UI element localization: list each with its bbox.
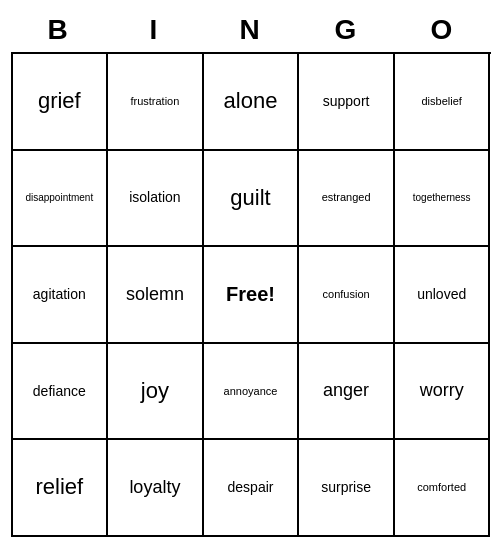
header-letter: O [395,14,491,46]
bingo-cell: grief [13,54,109,151]
bingo-grid: grieffrustrationalonesupportdisbeliefdis… [11,52,491,537]
bingo-cell: joy [108,344,204,441]
bingo-cell: defiance [13,344,109,441]
bingo-cell: comforted [395,440,491,537]
bingo-cell: loyalty [108,440,204,537]
bingo-cell: disbelief [395,54,491,151]
bingo-cell: agitation [13,247,109,344]
bingo-cell: confusion [299,247,395,344]
bingo-cell: anger [299,344,395,441]
bingo-cell: frustration [108,54,204,151]
bingo-cell: alone [204,54,300,151]
bingo-cell: Free! [204,247,300,344]
bingo-cell: surprise [299,440,395,537]
bingo-cell: relief [13,440,109,537]
bingo-cell: estranged [299,151,395,248]
bingo-cell: despair [204,440,300,537]
header-letter: I [107,14,203,46]
bingo-cell: togetherness [395,151,491,248]
bingo-cell: guilt [204,151,300,248]
bingo-cell: solemn [108,247,204,344]
bingo-card: BINGO grieffrustrationalonesupportdisbel… [11,7,491,537]
bingo-cell: disappointment [13,151,109,248]
bingo-cell: support [299,54,395,151]
bingo-cell: worry [395,344,491,441]
bingo-cell: isolation [108,151,204,248]
bingo-header: BINGO [11,7,491,52]
header-letter: G [299,14,395,46]
bingo-cell: annoyance [204,344,300,441]
bingo-cell: unloved [395,247,491,344]
header-letter: N [203,14,299,46]
header-letter: B [11,14,107,46]
